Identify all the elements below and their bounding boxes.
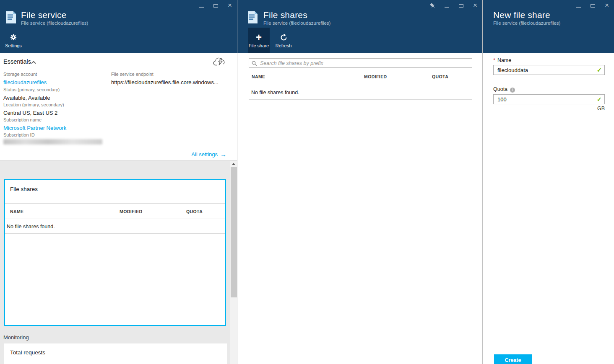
valid-check-icon: ✓ (597, 96, 602, 103)
subscription-name-label: Subscription name (3, 117, 42, 122)
column-header-quota: QUOTA (432, 74, 448, 79)
blade-file-service: × File service File service (filecloudaz… (0, 0, 237, 364)
refresh-button[interactable]: Refresh (272, 28, 295, 53)
quota-field-label: Quotai (493, 86, 515, 93)
maximize-icon[interactable] (211, 2, 220, 9)
blade-title: File service (21, 10, 67, 20)
all-settings-link[interactable]: All settings → (191, 151, 226, 158)
storage-account-link[interactable]: filecloudazurefiles (3, 79, 47, 85)
quota-unit-label: GB (597, 106, 605, 111)
maximize-icon[interactable] (457, 2, 465, 9)
column-header-modified: MODIFIED (120, 209, 143, 214)
name-field-label: *Name (493, 57, 511, 63)
settings-button[interactable]: Settings (3, 28, 23, 53)
settings-label: Settings (5, 43, 22, 48)
status-label: Status (primary, secondary) (3, 87, 60, 92)
close-icon[interactable]: × (603, 2, 611, 9)
total-requests-title: Total requests (10, 349, 45, 356)
divider (483, 345, 614, 345)
create-button[interactable]: Create (494, 354, 532, 364)
endpoint-label: File service endpoint (111, 72, 154, 77)
gear-icon (10, 33, 17, 42)
blade-title: New file share (493, 10, 550, 20)
minimize-icon[interactable] (442, 2, 451, 9)
file-share-button-label: File share (249, 43, 269, 48)
minimize-icon[interactable] (197, 2, 206, 9)
azure-portal: × File service File service (filecloudaz… (0, 0, 614, 364)
maximize-icon[interactable] (588, 2, 597, 9)
divider (5, 219, 225, 219)
blade-new-file-share: × New file share File service (filecloud… (483, 0, 614, 364)
subscription-id-redacted (3, 139, 102, 145)
location-label: Location (primary, secondary) (3, 102, 64, 107)
empty-state-text: No file shares found. (251, 90, 299, 96)
blade-title: File shares (263, 10, 307, 20)
blade-new-file-share-header: × New file share File service (filecloud… (483, 0, 614, 53)
subscription-name-link[interactable]: Microsoft Partner Network (3, 125, 66, 131)
monitoring-heading: Monitoring (3, 334, 29, 341)
valid-check-icon: ✓ (597, 67, 602, 73)
search-icon (252, 60, 257, 68)
total-requests-card[interactable]: Total requests (4, 343, 227, 364)
column-header-name: NAME (252, 74, 265, 79)
name-input[interactable] (493, 65, 605, 75)
file-shares-icon (247, 11, 258, 26)
divider (249, 99, 472, 100)
divider (5, 204, 225, 204)
divider (249, 84, 472, 84)
window-controls: × (428, 2, 479, 9)
location-value: Central US, East US 2 (3, 110, 57, 116)
cloud-lightning-icon[interactable] (213, 57, 226, 69)
empty-state-text: No file shares found. (7, 224, 55, 230)
required-marker: * (493, 57, 495, 63)
plus-icon: + (256, 33, 262, 42)
scroll-up-button[interactable] (230, 161, 237, 167)
scrollbar-thumb[interactable] (231, 167, 237, 297)
search-box (249, 58, 472, 68)
essentials-section: Essentials Storage account filecloudazur… (0, 53, 237, 160)
minimize-icon[interactable] (574, 2, 583, 9)
info-icon[interactable]: i (510, 88, 515, 93)
scrollbar[interactable] (230, 161, 237, 364)
blade-subtitle: File service (filecloudazurefiles) (21, 21, 88, 26)
add-file-share-button[interactable]: + File share (248, 28, 270, 53)
divider (5, 233, 225, 234)
quota-input[interactable] (493, 94, 605, 104)
column-header-name: NAME (10, 209, 24, 214)
all-settings-label: All settings (191, 151, 218, 157)
window-controls: × (197, 2, 234, 9)
blade-subtitle: File service (filecloudazurefiles) (263, 21, 330, 26)
triangle-up-icon (232, 163, 235, 165)
status-value: Available, Available (3, 95, 50, 101)
essentials-heading[interactable]: Essentials (3, 58, 31, 65)
refresh-icon (280, 33, 287, 42)
pin-icon[interactable] (428, 2, 437, 9)
file-shares-card[interactable]: File shares NAME MODIFIED QUOTA No file … (4, 179, 226, 326)
column-header-quota: QUOTA (186, 209, 203, 214)
blade-subtitle: File service (filecloudazurefiles) (493, 21, 560, 26)
file-service-icon (6, 11, 16, 26)
subscription-id-label: Subscription ID (3, 132, 35, 137)
blade-file-service-header: × File service File service (filecloudaz… (0, 0, 237, 53)
refresh-button-label: Refresh (276, 43, 292, 48)
arrow-right-icon: → (220, 151, 226, 158)
close-icon[interactable]: × (226, 2, 234, 9)
storage-account-label: Storage account (3, 72, 37, 77)
blade-file-shares-header: × File shares File service (filecloudazu… (237, 0, 482, 53)
endpoint-value: https://filecloudazurefiles.file.core.wi… (111, 79, 219, 85)
chevron-up-icon[interactable] (31, 61, 36, 65)
window-controls: × (574, 2, 611, 9)
file-shares-card-title: File shares (10, 186, 38, 192)
blade-file-shares: × File shares File service (filecloudazu… (237, 0, 483, 364)
search-input[interactable] (249, 58, 472, 68)
column-header-modified: MODIFIED (364, 74, 387, 79)
close-icon[interactable]: × (471, 2, 479, 9)
